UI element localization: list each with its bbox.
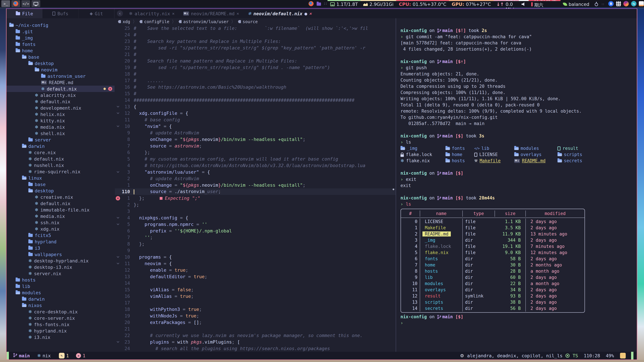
firefox-nightly-icon[interactable] [623, 1, 629, 6]
tree-item[interactable]: darwin [6, 296, 114, 302]
breadcrumb-segment[interactable]: astronvim/lua/user [178, 19, 229, 24]
terminal-command-line[interactable]: ›git commit -am "feat: catppuccin-mocha … [400, 34, 637, 40]
tree-item[interactable]: linux [6, 175, 114, 181]
tree-item[interactable]: base [6, 181, 114, 188]
code-line[interactable]: ×1 };Expecting ";" [115, 195, 396, 201]
code-line[interactable]: 23 plugins = with pkgs.vimPlugins; [ [115, 339, 396, 345]
tree-item[interactable]: ❄development.nix [6, 105, 114, 111]
tree-item[interactable]: ❄core-desktop.nix [6, 309, 114, 315]
code-line[interactable]: 20 extraPackages = []; [115, 319, 396, 326]
workspace-button-monitor-workspace[interactable] [32, 0, 40, 7]
code-line[interactable]: 19 withNodeJs = true; [115, 313, 396, 319]
ls-entry[interactable]: flake.lock [400, 151, 446, 158]
close-file-button[interactable]: × [108, 87, 112, 91]
tree-item[interactable]: ❄media.nix [6, 124, 114, 130]
workspace-button-code-workspace[interactable]: </> [22, 0, 30, 7]
widget-icon[interactable] [616, 1, 621, 6]
breadcrumb-segment[interactable]: source [238, 19, 258, 24]
code-line[interactable]: 14######################################… [115, 97, 396, 103]
tree-item[interactable]: desktop [6, 60, 114, 66]
code-line[interactable]: 3 "astronvim/lua/user" = { [115, 169, 396, 175]
code-line[interactable]: 10 programs = { [115, 254, 396, 260]
tree-item[interactable]: ❄default.nix× [6, 86, 114, 92]
tree-item[interactable]: hyprland [6, 239, 114, 245]
tree-item[interactable]: ❄kitty.nix [6, 117, 114, 124]
fold-chevron-icon[interactable] [116, 340, 119, 343]
code-line[interactable]: 5 # my cusotom astronvim config, astronv… [115, 156, 396, 162]
code-line[interactable]: 18# [115, 71, 396, 77]
fold-chevron-icon[interactable] [116, 262, 119, 265]
tree-item[interactable]: modules [6, 290, 114, 296]
ls-entry[interactable]: overlays [514, 151, 558, 158]
code-line[interactable]: 1 onChange = "${pkgs.neovim}/bin/nvim --… [115, 182, 396, 188]
modified-badge[interactable]: ✎ [59, 353, 64, 359]
tree-item[interactable]: lib [6, 283, 114, 290]
editor-pane[interactable]: xdg〉configFile〉astronvim/lua/user〉source… [115, 18, 396, 352]
tree-item[interactable]: ❄nushell.nix [6, 162, 114, 168]
code-line[interactable]: 6 prefix = ''${HOME}/.npm-global [115, 228, 396, 234]
fold-chevron-icon[interactable] [116, 124, 119, 127]
tree-item[interactable]: wallpapers [6, 251, 114, 258]
terminal-pane[interactable]: nix-config on main [$!] took 2s›git comm… [396, 18, 637, 352]
tree-item[interactable]: ❄core-server.nix [6, 315, 114, 321]
code-line[interactable]: 4 nixpkgs.config = { [115, 215, 396, 221]
ls-entry[interactable]: modules [514, 145, 558, 151]
code-line[interactable]: 5 programs.npm.npmrc = '' [115, 221, 396, 228]
tree-item[interactable]: _img [6, 35, 114, 41]
code-line[interactable]: 21 [115, 326, 396, 332]
close-buffer-button[interactable]: ✕ [237, 11, 239, 16]
fold-chevron-icon[interactable] [116, 223, 119, 225]
buffer-tab[interactable]: ❄neovim/default.nix●✕ [243, 9, 316, 18]
code-line[interactable]: 24 # search all the plugins using https:… [115, 345, 396, 352]
ls-entry[interactable]: ⚒Makefile [474, 158, 514, 164]
teal-app-icon[interactable]: ⇆ [631, 1, 636, 6]
code-line[interactable]: 16# See https://astronvim.com/Basic%20Us… [115, 84, 396, 90]
ls-entry[interactable]: scripts [558, 151, 637, 158]
code-line[interactable]: 14 [115, 280, 396, 286]
code-line[interactable]: 25# Save the selected text to a file: `:… [115, 25, 396, 31]
ls-entry[interactable]: secrets [558, 158, 637, 164]
buffer-tab[interactable]: M↓neovim/README.md✕ [179, 9, 244, 18]
tree-tab-bufs[interactable]: Bufs [42, 9, 78, 18]
tree-item[interactable]: base [6, 54, 114, 60]
code-line[interactable]: 13 defaultEditor = true; [115, 273, 396, 280]
tree-item[interactable]: astronvim_user [6, 73, 114, 79]
tree-item[interactable]: server [6, 137, 114, 143]
ls-entry[interactable]: hosts [446, 158, 474, 164]
code-line[interactable]: 18 withPython3 = true; [115, 306, 396, 313]
fold-chevron-icon[interactable] [116, 216, 119, 219]
code-line[interactable]: 7 ''; [115, 234, 396, 241]
workspace-button-terminal-workspace[interactable]: >_ [1, 0, 10, 7]
code-line[interactable]: 11 # base config [115, 116, 396, 123]
tree-item[interactable]: ❄server.nix [6, 270, 114, 277]
code-buffer[interactable]: 25# Save the selected text to a file: `:… [115, 25, 396, 352]
ls-entry[interactable]: ❄flake.nix [400, 158, 446, 164]
files-icon[interactable] [317, 2, 321, 6]
code-line[interactable]: 8 onChange = "${pkgs.neovim}/bin/nvim --… [115, 136, 396, 143]
code-line[interactable]: 4 # https://github.com/AstroNvim/AstroNv… [115, 162, 396, 169]
tree-item[interactable]: ❄media.nix [6, 213, 114, 219]
tree-item[interactable]: desktop [6, 188, 114, 194]
tree-item[interactable]: ❄default.nix [6, 156, 114, 162]
breadcrumb-segment[interactable]: xdg [118, 19, 130, 24]
code-line[interactable]: 15# [115, 90, 396, 97]
code-line[interactable]: 2}; [115, 201, 396, 208]
code-line[interactable]: 110 source = ./astronvim_user; [115, 188, 396, 195]
tree-tab-git[interactable]: ◆Git [78, 9, 114, 18]
close-buffer-button[interactable]: ✕ [172, 11, 174, 16]
fold-chevron-icon[interactable] [116, 105, 119, 108]
code-line[interactable]: 19# sed -ri "s/pattern_str/replace_str/g… [115, 64, 396, 71]
code-line[interactable]: 20# Search file name pattern and Replace… [115, 58, 396, 64]
code-line[interactable]: 12 xdg.configFile = { [115, 110, 396, 116]
tree-item[interactable]: .git [6, 28, 114, 35]
terminal-command-line[interactable]: ›ls [400, 139, 637, 145]
tree-item[interactable]: ❄creative.nix [6, 194, 114, 200]
terminal-command-line[interactable]: › [400, 320, 637, 326]
tree-item[interactable]: ❄shell.nix [6, 130, 114, 137]
tree-item[interactable]: fcitx5 [6, 232, 114, 239]
tree-item[interactable]: ❄immutable-file.nix [6, 207, 114, 213]
code-line[interactable]: 24# [115, 31, 396, 38]
code-line[interactable]: 9 # update AstroNvim [115, 130, 396, 136]
buffer-tab[interactable]: ❄alacritty.nix✕ [124, 9, 179, 18]
ls-entry[interactable]: result [558, 145, 637, 151]
